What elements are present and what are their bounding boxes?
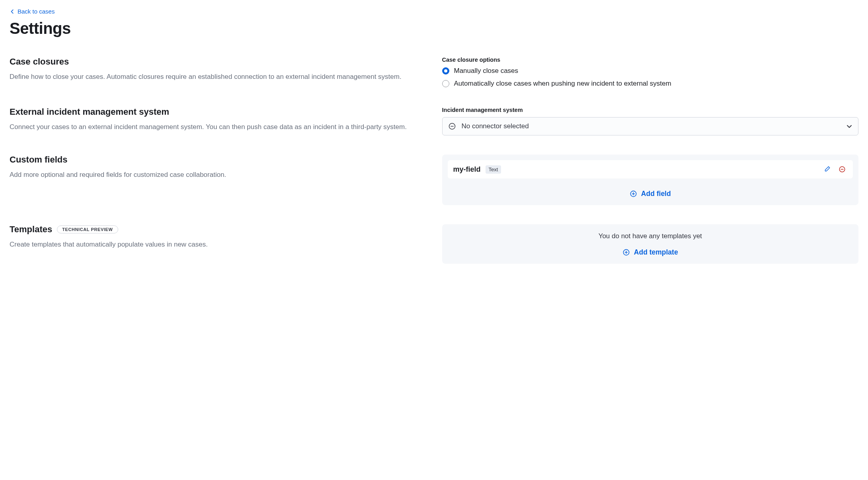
custom-fields-panel: my-field Text Add field xyxy=(442,155,859,205)
custom-field-type-badge: Text xyxy=(486,165,501,174)
case-closures-heading: Case closures xyxy=(10,57,426,67)
remove-field-button[interactable] xyxy=(837,164,847,174)
section-custom-fields: Custom fields Add more optional and requ… xyxy=(10,155,858,205)
section-external-system: External incident management system Conn… xyxy=(10,107,858,135)
connector-select-label: Incident management system xyxy=(442,107,859,113)
custom-field-name: my-field xyxy=(453,165,481,174)
edit-field-button[interactable] xyxy=(822,164,832,174)
pencil-icon xyxy=(823,166,831,173)
radio-indicator-unchecked-icon xyxy=(442,80,449,87)
technical-preview-badge: TECHNICAL PREVIEW xyxy=(57,225,118,233)
chevron-left-icon xyxy=(10,9,15,14)
closure-option-manual-label: Manually close cases xyxy=(454,67,519,75)
radio-indicator-checked-icon xyxy=(442,67,449,74)
connector-select[interactable]: No connector selected xyxy=(442,117,859,135)
minus-circle-icon xyxy=(448,122,456,130)
add-template-button[interactable]: Add template xyxy=(448,244,853,258)
connector-select-value: No connector selected xyxy=(462,122,841,130)
external-heading: External incident management system xyxy=(10,107,426,117)
back-to-cases-label: Back to cases xyxy=(18,8,55,15)
custom-fields-heading: Custom fields xyxy=(10,155,426,165)
plus-circle-icon xyxy=(622,249,630,256)
chevron-down-icon xyxy=(846,123,852,129)
closure-options-label: Case closure options xyxy=(442,57,859,63)
closure-option-auto-label: Automatically close cases when pushing n… xyxy=(454,80,671,88)
minus-circle-icon xyxy=(839,166,846,173)
closure-option-auto[interactable]: Automatically close cases when pushing n… xyxy=(442,80,859,88)
external-description: Connect your cases to an external incide… xyxy=(10,122,426,132)
add-template-label: Add template xyxy=(634,248,678,257)
plus-circle-icon xyxy=(630,190,637,198)
templates-empty-text: You do not have any templates yet xyxy=(448,230,853,244)
section-case-closures: Case closures Define how to close your c… xyxy=(10,57,858,88)
page-title: Settings xyxy=(10,20,858,37)
templates-heading: Templates TECHNICAL PREVIEW xyxy=(10,224,426,235)
templates-heading-text: Templates xyxy=(10,224,52,235)
case-closures-description: Define how to close your cases. Automati… xyxy=(10,72,426,82)
closure-option-manual[interactable]: Manually close cases xyxy=(442,67,859,75)
add-field-button[interactable]: Add field xyxy=(448,186,853,200)
section-templates: Templates TECHNICAL PREVIEW Create templ… xyxy=(10,224,858,264)
add-field-label: Add field xyxy=(641,190,671,198)
templates-description: Create templates that automatically popu… xyxy=(10,239,426,250)
closure-radio-group: Manually close cases Automatically close… xyxy=(442,67,859,88)
custom-fields-description: Add more optional and required fields fo… xyxy=(10,170,426,180)
back-to-cases-link[interactable]: Back to cases xyxy=(10,6,55,16)
custom-field-row: my-field Text xyxy=(448,160,853,178)
templates-panel: You do not have any templates yet Add te… xyxy=(442,224,859,264)
